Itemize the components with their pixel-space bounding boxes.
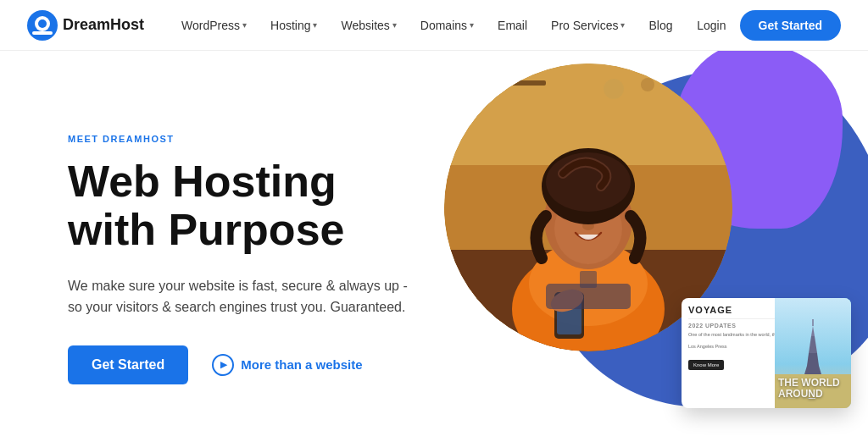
play-icon: ▶ [220, 360, 227, 369]
svg-marker-36 [807, 353, 819, 366]
more-than-website-link[interactable]: ▶ More than a website [212, 354, 362, 376]
card-image-overlay-text: THE WORLD AROUND [778, 378, 848, 400]
nav-hosting[interactable]: Hosting ▾ [260, 12, 327, 39]
svg-marker-35 [804, 366, 821, 374]
play-circle-icon: ▶ [212, 354, 234, 376]
chevron-down-icon: ▾ [470, 20, 474, 30]
chevron-down-icon: ▾ [392, 20, 397, 30]
svg-rect-10 [512, 80, 546, 86]
hero-visual: VOYAGE 2022 UPDATES One of the most land… [427, 51, 868, 442]
get-started-hero-button[interactable]: Get Started [68, 345, 188, 384]
card-image: THE WORLD AROUND [775, 298, 851, 408]
hero-section: MEET DREAMHOST Web Hosting with Purpose … [0, 51, 868, 442]
nav-blog[interactable]: Blog [638, 12, 682, 39]
svg-point-11 [604, 79, 624, 99]
logo-icon [27, 10, 58, 41]
nav-pro-services[interactable]: Pro Services ▾ [541, 12, 635, 39]
hero-title: Web Hosting with Purpose [68, 157, 475, 254]
navigation: DreamHost WordPress ▾ Hosting ▾ Websites… [0, 0, 868, 51]
nav-email[interactable]: Email [487, 12, 537, 39]
svg-point-12 [641, 78, 654, 91]
hero-description: We make sure your website is fast, secur… [68, 275, 424, 318]
login-button[interactable]: Login [697, 19, 726, 32]
chevron-down-icon: ▾ [313, 20, 317, 30]
hero-content: MEET DREAMHOST Web Hosting with Purpose … [68, 134, 475, 384]
hero-actions: Get Started ▶ More than a website [68, 345, 475, 384]
card-know-more-button[interactable]: Know More [688, 360, 724, 370]
hero-eyebrow: MEET DREAMHOST [68, 134, 475, 144]
chevron-down-icon: ▾ [242, 20, 247, 30]
svg-rect-9 [453, 72, 504, 79]
svg-point-2 [38, 19, 47, 28]
nav-right: Login Get Started [697, 10, 841, 41]
chevron-down-icon: ▾ [620, 20, 625, 30]
nav-links: WordPress ▾ Hosting ▾ Websites ▾ Domains… [171, 12, 697, 39]
logo[interactable]: DreamHost [27, 10, 144, 41]
logo-text: DreamHost [63, 16, 144, 34]
website-preview-card: VOYAGE 2022 UPDATES One of the most land… [682, 298, 851, 408]
nav-wordpress[interactable]: WordPress ▾ [171, 12, 257, 39]
get-started-nav-button[interactable]: Get Started [740, 10, 841, 41]
svg-rect-29 [580, 271, 597, 288]
nav-websites[interactable]: Websites ▾ [331, 12, 406, 39]
nav-domains[interactable]: Domains ▾ [410, 12, 484, 39]
svg-rect-3 [32, 31, 53, 35]
